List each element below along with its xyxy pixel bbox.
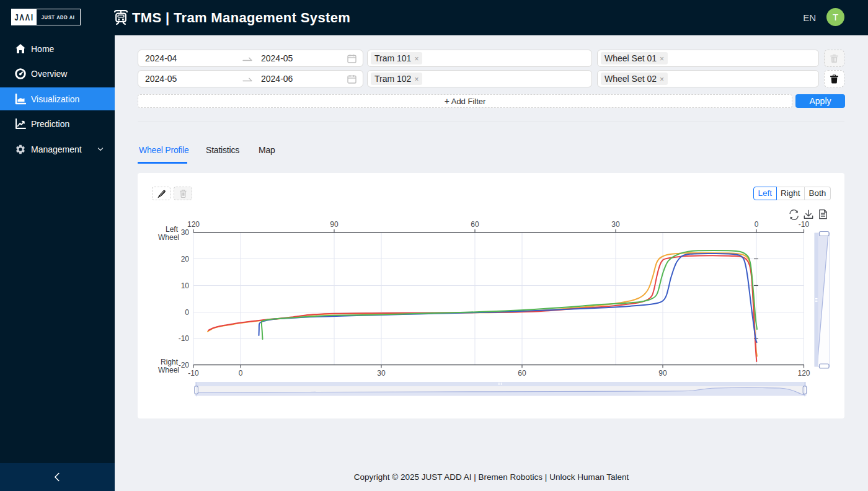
svg-text:90: 90 xyxy=(658,369,667,378)
svg-text:Wheel: Wheel xyxy=(158,366,179,374)
svg-text:20: 20 xyxy=(181,255,190,263)
svg-text:120: 120 xyxy=(187,220,200,229)
svg-text:0: 0 xyxy=(755,220,759,229)
svg-text:Left: Left xyxy=(166,225,179,234)
svg-text:-20: -20 xyxy=(179,361,190,369)
svg-text:120: 120 xyxy=(797,369,810,378)
svg-text:-10: -10 xyxy=(799,220,810,229)
svg-text:10: 10 xyxy=(181,281,190,290)
svg-text:30: 30 xyxy=(611,220,620,229)
svg-text:0: 0 xyxy=(239,369,243,378)
svg-text:0: 0 xyxy=(185,308,189,317)
svg-text:60: 60 xyxy=(518,369,526,378)
svg-text:Wheel: Wheel xyxy=(158,233,179,242)
svg-text:90: 90 xyxy=(330,220,339,229)
svg-text:30: 30 xyxy=(181,228,190,237)
svg-text:-10: -10 xyxy=(188,369,199,378)
svg-text:60: 60 xyxy=(471,220,479,229)
svg-text:-10: -10 xyxy=(179,334,190,343)
svg-text:30: 30 xyxy=(377,369,386,378)
svg-text:Right: Right xyxy=(161,358,179,366)
